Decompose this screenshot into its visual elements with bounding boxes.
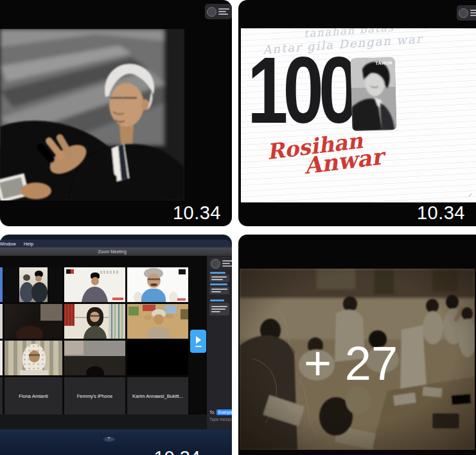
gallery-item-newsroom-photo[interactable]: + 27: [238, 235, 476, 455]
zoom-video-dark-room: [4, 304, 62, 339]
menu-item-help: Help: [24, 241, 33, 247]
zoom-video-head-bottom: [64, 341, 125, 375]
participant-name: Fiona Amianti: [19, 393, 48, 399]
corner-notification-badge: [209, 257, 232, 270]
badge-avatar-icon: [459, 8, 468, 18]
chat-message: [209, 287, 229, 294]
chat-message: [209, 274, 229, 282]
speaker-photo: [0, 29, 184, 201]
big-number-100: 100: [247, 57, 355, 125]
badge-avatar-icon: [211, 259, 220, 269]
presentation-slide: tanahan batas Antar gila Dengan war 100: [241, 28, 476, 202]
chat-message: [209, 303, 229, 316]
to-label: To:: [209, 410, 215, 415]
video-sliver: [0, 341, 3, 375]
zoom-video-man-backdrop-100: [64, 267, 125, 302]
menu-item-window: Window: [0, 241, 16, 247]
zoom-window: Window Help Zoom Meeting: [0, 240, 232, 429]
timestamp: 10.34: [417, 202, 465, 224]
video-sliver: [0, 304, 3, 339]
window-title: Zoom Meeting: [98, 249, 127, 254]
zoom-video-person-paintings: [127, 304, 188, 339]
overflow-count: + 27: [238, 336, 468, 391]
gallery-item-slide-100[interactable]: tanahan batas Antar gila Dengan war 100: [238, 0, 476, 226]
zoom-video-two-men: [4, 267, 62, 302]
badge-avatar-icon: [207, 7, 216, 17]
corner-notification-badge: [457, 5, 476, 21]
timestamp-partial: 10.34: [154, 447, 200, 455]
chat-sender-name: [210, 299, 224, 301]
zoom-video-woman-bookshelf: [64, 304, 125, 339]
play-next-icon: [196, 336, 201, 344]
tahun-label: TAHUN: [375, 60, 392, 66]
gallery-item-zoom-meeting[interactable]: Window Help Zoom Meeting: [0, 235, 232, 455]
chat-panel: To: Everyone Type message...: [207, 256, 232, 429]
portrait-photo: TAHUN: [351, 57, 397, 131]
video-sliver: [0, 267, 3, 302]
participant-name-tile: Femmy's iPhone: [64, 377, 125, 415]
macos-menubar: Window Help: [0, 240, 232, 247]
participant-name: Femmy's iPhone: [77, 393, 113, 399]
recipient-chip[interactable]: Everyone: [216, 409, 232, 415]
message-input[interactable]: Type message...: [209, 417, 231, 422]
zoom-video-woman-hijab: [4, 341, 62, 375]
chat-sender-name: [210, 272, 225, 274]
chat-footer: To: Everyone Type message...: [209, 409, 231, 422]
gallery-item-video-speaker[interactable]: 10.34: [0, 0, 232, 226]
participant-name: Karim Annawsi_Bukitt...: [132, 393, 183, 399]
next-page-button[interactable]: [190, 330, 206, 353]
chat-sender-name: [210, 283, 227, 285]
corner-notification-badge: [205, 4, 232, 19]
window-footer-strip: [0, 415, 207, 429]
video-sliver: [0, 377, 3, 415]
resize-handle-icon: [465, 190, 472, 197]
photo-gallery-grid: 10.34 tanahan batas Antar gila Dengan wa…: [0, 0, 476, 455]
zoom-video-camera-off: [127, 341, 188, 375]
wallpaper-emblem: [101, 436, 117, 443]
participant-name-tile: Karim Annawsi_Bukitt...: [127, 377, 188, 415]
participant-name-tile: Fiona Amianti: [4, 377, 62, 415]
zoom-video-elderly-man-blue: [127, 267, 188, 302]
zoom-video-grid: Fiona Amianti Femmy's iPhone Karim Annaw…: [0, 256, 232, 429]
timestamp: 10.34: [173, 202, 221, 224]
window-titlebar: Zoom Meeting: [0, 247, 232, 256]
